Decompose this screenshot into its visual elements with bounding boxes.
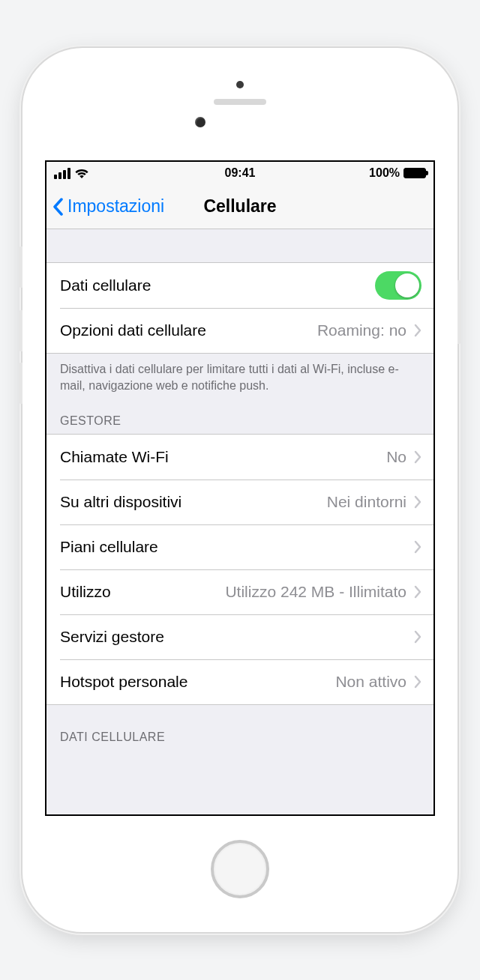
personal-hotspot-value: Non attivo: [335, 673, 406, 691]
proximity-sensor: [236, 81, 244, 88]
cellular-data-options-row[interactable]: Opzioni dati cellulare Roaming: no: [46, 308, 434, 353]
cellular-plans-row[interactable]: Piani cellulare: [46, 524, 434, 569]
navigation-bar: Impostazioni Cellulare: [46, 184, 434, 229]
chevron-right-icon: [414, 675, 422, 689]
carrier-group: Chiamate Wi-Fi No Su altri dispositivi N…: [46, 434, 434, 705]
chevron-left-icon: [52, 198, 68, 216]
usage-row[interactable]: Utilizzo Utilizzo 242 MB - Illimitato: [46, 569, 434, 614]
chevron-right-icon: [414, 630, 422, 644]
chevron-right-icon: [414, 495, 422, 509]
chevron-right-icon: [414, 450, 422, 464]
personal-hotspot-row[interactable]: Hotspot personale Non attivo: [46, 659, 434, 704]
front-camera: [195, 117, 206, 127]
screen: 09:41 100% Impostazioni Cellulare: [45, 160, 435, 816]
page-title: Cellulare: [203, 196, 276, 217]
cellular-plans-label: Piani cellulare: [60, 538, 158, 556]
other-devices-label: Su altri dispositivi: [60, 493, 182, 511]
carrier-services-label: Servizi gestore: [60, 628, 164, 646]
battery-percentage: 100%: [369, 166, 400, 180]
other-devices-row[interactable]: Su altri dispositivi Nei dintorni: [46, 480, 434, 524]
cellular-data-footer: Disattiva i dati cellulare per limitare …: [46, 354, 434, 407]
chevron-right-icon: [414, 540, 422, 554]
wifi-calling-label: Chiamate Wi-Fi: [60, 448, 169, 466]
cellular-options-label: Opzioni dati cellulare: [60, 321, 206, 339]
status-bar: 09:41 100%: [46, 162, 434, 184]
carrier-services-row[interactable]: Servizi gestore: [46, 614, 434, 659]
back-button[interactable]: Impostazioni: [52, 196, 164, 217]
earpiece-speaker: [214, 99, 266, 105]
cellular-data-toggle[interactable]: [375, 271, 422, 300]
content-scroll[interactable]: Dati cellulare Opzioni dati cellulare Ro…: [46, 229, 434, 814]
wifi-calling-row[interactable]: Chiamate Wi-Fi No: [46, 435, 434, 480]
cellular-data-section-header: DATI CELLULARE: [46, 705, 434, 750]
wifi-icon: [74, 168, 89, 179]
back-label: Impostazioni: [68, 196, 164, 217]
cellular-signal-icon: [54, 168, 70, 179]
cellular-options-value: Roaming: no: [317, 321, 406, 339]
home-button[interactable]: [211, 840, 269, 898]
status-time: 09:41: [225, 166, 256, 180]
other-devices-value: Nei dintorni: [327, 493, 406, 511]
carrier-header: GESTORE: [46, 407, 434, 434]
cellular-data-group: Dati cellulare Opzioni dati cellulare Ro…: [46, 262, 434, 354]
chevron-right-icon: [414, 585, 422, 599]
usage-label: Utilizzo: [60, 583, 111, 601]
usage-value: Utilizzo 242 MB - Illimitato: [225, 583, 406, 601]
battery-icon: [404, 168, 426, 178]
cellular-data-label: Dati cellulare: [60, 276, 151, 294]
cellular-data-row: Dati cellulare: [46, 263, 434, 308]
personal-hotspot-label: Hotspot personale: [60, 673, 188, 691]
wifi-calling-value: No: [386, 448, 406, 466]
chevron-right-icon: [414, 324, 422, 337]
device-frame: 09:41 100% Impostazioni Cellulare: [22, 48, 458, 932]
